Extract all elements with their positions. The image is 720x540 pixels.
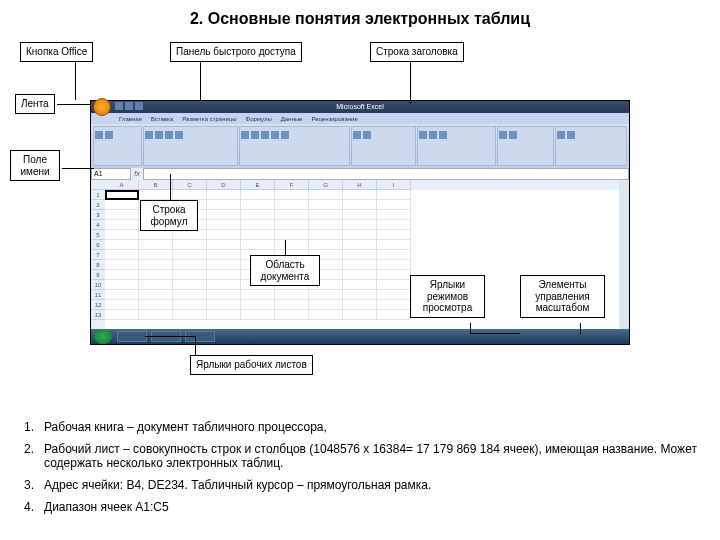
title-bar: Microsoft Excel <box>91 101 629 113</box>
tab-insert[interactable]: Вставка <box>148 116 176 122</box>
callout-ribbon: Лента <box>15 94 55 114</box>
formula-row: A1 fx <box>91 168 629 180</box>
list-item: 3.Адрес ячейки: B4, DE234. Табличный кур… <box>20 478 700 492</box>
tab-review[interactable]: Рецензирование <box>308 116 360 122</box>
vertical-scrollbar[interactable] <box>619 180 629 330</box>
diagram-container: Microsoft Excel Главная Вставка Разметка… <box>40 40 680 410</box>
list-item: 2.Рабочий лист – совокупность строк и ст… <box>20 442 700 470</box>
callout-viewmodes: Ярлыки режимов просмотра <box>410 275 485 318</box>
formula-bar[interactable] <box>143 168 629 180</box>
name-box[interactable]: A1 <box>91 168 131 180</box>
quick-access-toolbar[interactable] <box>115 102 143 110</box>
page-title: 2. Основные понятия электронных таблиц <box>0 10 720 28</box>
ribbon[interactable] <box>91 124 629 168</box>
callout-zoom: Элементы управления масштабом <box>520 275 605 318</box>
list-item: 4.Диапазон ячеек A1:C5 <box>20 500 700 514</box>
ribbon-tabs[interactable]: Главная Вставка Разметка страницы Формул… <box>91 113 629 124</box>
list-item: 1.Рабочая книга – документ табличного пр… <box>20 420 700 434</box>
tab-data[interactable]: Данные <box>278 116 306 122</box>
start-button[interactable] <box>94 329 112 344</box>
fx-icon[interactable]: fx <box>131 168 143 180</box>
tab-home[interactable]: Главная <box>116 116 145 122</box>
row-headers[interactable]: 12345678910111213 <box>91 180 105 330</box>
callout-qat: Панель быстрого доступа <box>170 42 302 62</box>
callout-office-button: Кнопка Office <box>20 42 93 62</box>
office-button[interactable] <box>93 98 111 116</box>
active-cell-cursor <box>105 190 139 200</box>
callout-formulabar: Строка формул <box>140 200 198 231</box>
column-headers[interactable]: ABCDEFGHI <box>105 180 619 190</box>
callout-titlebar: Строка заголовка <box>370 42 464 62</box>
callout-namebox: Поле имени <box>10 150 60 181</box>
tab-formulas[interactable]: Формулы <box>243 116 275 122</box>
tab-layout[interactable]: Разметка страницы <box>179 116 239 122</box>
notes-list: 1.Рабочая книга – документ табличного пр… <box>20 420 700 522</box>
callout-sheettabs: Ярлыки рабочих листов <box>190 355 313 375</box>
callout-docarea: Область документа <box>250 255 320 286</box>
